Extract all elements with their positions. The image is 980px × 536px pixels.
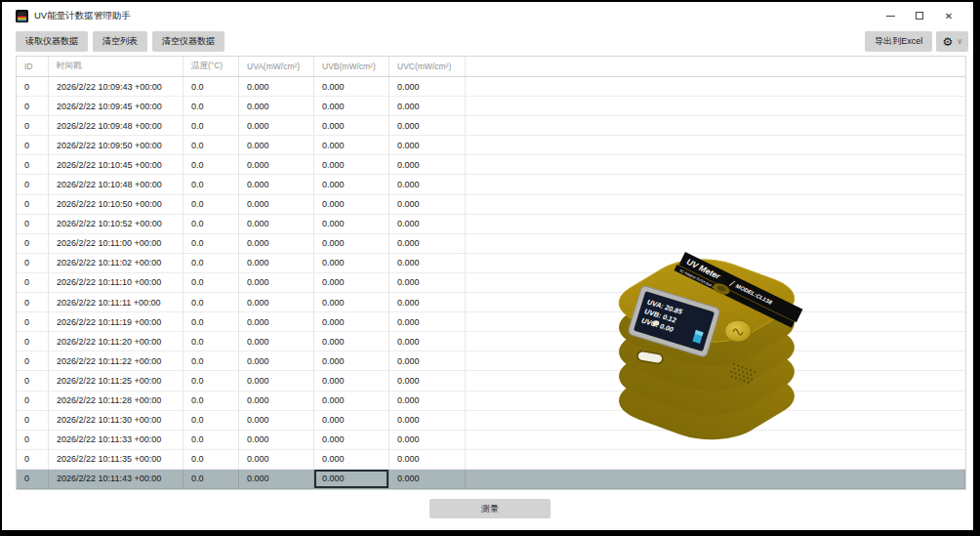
cell-uvb[interactable]: 0.000 xyxy=(314,234,389,253)
column-header-extra[interactable] xyxy=(466,57,965,76)
cell-uvb[interactable]: 0.000 xyxy=(314,77,389,96)
cell-uvc[interactable]: 0.000 xyxy=(389,293,466,311)
cell-id[interactable]: 0 xyxy=(17,116,49,135)
cell-uvb[interactable]: 0.000 xyxy=(314,195,389,214)
cell-uvb[interactable]: 0.000 xyxy=(314,312,389,331)
cell-uvc[interactable]: 0.000 xyxy=(389,392,466,410)
cell-uvc[interactable]: 0.000 xyxy=(389,195,466,214)
cell-id[interactable]: 0 xyxy=(17,431,49,449)
cell-blank[interactable] xyxy=(466,254,965,272)
cell-blank[interactable] xyxy=(466,116,965,135)
cell-uva[interactable]: 0.000 xyxy=(239,312,314,331)
table-row[interactable]: 02026/2/22 10:11:20 +00:000.00.0000.0000… xyxy=(17,332,965,351)
cell-uvb[interactable]: 0.000 xyxy=(314,411,389,430)
cell-blank[interactable] xyxy=(466,450,965,469)
cell-uva[interactable]: 0.000 xyxy=(239,254,314,272)
cell-uva[interactable]: 0.000 xyxy=(239,215,314,233)
cell-time[interactable]: 2026/2/22 10:11:30 +00:00 xyxy=(49,411,184,430)
cell-uvc[interactable]: 0.000 xyxy=(389,175,466,193)
table-row[interactable]: 02026/2/22 10:11:25 +00:000.00.0000.0000… xyxy=(17,371,965,391)
cell-uva[interactable]: 0.000 xyxy=(239,195,314,214)
cell-blank[interactable] xyxy=(466,273,965,292)
column-header-ID[interactable]: ID xyxy=(17,57,49,76)
cell-temp[interactable]: 0.0 xyxy=(184,351,239,370)
cell-uvb[interactable]: 0.000 xyxy=(314,332,389,350)
cell-id[interactable]: 0 xyxy=(17,392,49,410)
cell-time[interactable]: 2026/2/22 10:11:25 +00:00 xyxy=(49,371,184,390)
cell-uvc[interactable]: 0.000 xyxy=(389,450,466,469)
cell-blank[interactable] xyxy=(466,195,965,214)
table-row[interactable]: 02026/2/22 10:11:19 +00:000.00.0000.0000… xyxy=(17,312,965,332)
cell-time[interactable]: 2026/2/22 10:10:48 +00:00 xyxy=(49,175,184,193)
cell-uvc[interactable]: 0.000 xyxy=(389,332,466,350)
cell-blank[interactable] xyxy=(466,371,965,390)
table-row[interactable]: 02026/2/22 10:09:43 +00:000.00.0000.0000… xyxy=(17,77,965,97)
cell-temp[interactable]: 0.0 xyxy=(184,195,239,214)
table-row[interactable]: 02026/2/22 10:09:50 +00:000.00.0000.0000… xyxy=(17,136,965,155)
cell-uvc[interactable]: 0.000 xyxy=(389,97,466,115)
cell-uva[interactable]: 0.000 xyxy=(239,332,314,350)
cell-uva[interactable]: 0.000 xyxy=(239,431,314,449)
cell-time[interactable]: 2026/2/22 10:11:22 +00:00 xyxy=(49,351,184,370)
cell-time[interactable]: 2026/2/22 10:11:33 +00:00 xyxy=(49,431,184,449)
cell-id[interactable]: 0 xyxy=(17,195,49,214)
table-row[interactable]: 02026/2/22 10:10:48 +00:000.00.0000.0000… xyxy=(17,175,965,194)
cell-uva[interactable]: 0.000 xyxy=(239,371,314,390)
column-header-时间戳[interactable]: 时间戳 xyxy=(49,57,184,76)
cell-time[interactable]: 2026/2/22 10:10:45 +00:00 xyxy=(49,155,184,174)
cell-id[interactable]: 0 xyxy=(17,293,49,311)
cell-id[interactable]: 0 xyxy=(17,136,49,154)
cell-uva[interactable]: 0.000 xyxy=(239,293,314,311)
cell-temp[interactable]: 0.0 xyxy=(184,97,239,115)
cell-id[interactable]: 0 xyxy=(17,97,49,115)
cell-uvc[interactable]: 0.000 xyxy=(389,116,466,135)
cell-id[interactable]: 0 xyxy=(17,155,49,174)
cell-uva[interactable]: 0.000 xyxy=(239,77,314,96)
cell-blank[interactable] xyxy=(466,312,965,331)
table-row[interactable]: 02026/2/22 10:11:22 +00:000.00.0000.0000… xyxy=(17,351,965,371)
cell-temp[interactable]: 0.0 xyxy=(184,136,239,154)
cell-uva[interactable]: 0.000 xyxy=(239,136,314,154)
cell-id[interactable]: 0 xyxy=(17,234,49,253)
clear-list-button[interactable]: 清空列表 xyxy=(93,31,147,52)
cell-time[interactable]: 2026/2/22 10:09:48 +00:00 xyxy=(49,116,184,135)
table-row[interactable]: 02026/2/22 10:11:33 +00:000.00.0000.0000… xyxy=(17,431,965,450)
cell-id[interactable]: 0 xyxy=(17,470,49,488)
cell-blank[interactable] xyxy=(466,332,965,350)
cell-time[interactable]: 2026/2/22 10:11:28 +00:00 xyxy=(49,392,184,410)
table-row[interactable]: 02026/2/22 10:11:11 +00:000.00.0000.0000… xyxy=(17,293,965,312)
cell-blank[interactable] xyxy=(466,155,965,174)
cell-time[interactable]: 2026/2/22 10:10:50 +00:00 xyxy=(49,195,184,214)
cell-uvb[interactable]: 0.000 xyxy=(314,392,389,410)
cell-time[interactable]: 2026/2/22 10:10:52 +00:00 xyxy=(49,215,184,233)
cell-time[interactable]: 2026/2/22 10:09:43 +00:00 xyxy=(49,77,184,96)
table-row[interactable]: 02026/2/22 10:11:30 +00:000.00.0000.0000… xyxy=(17,411,965,431)
cell-id[interactable]: 0 xyxy=(17,351,49,370)
cell-blank[interactable] xyxy=(466,97,965,115)
column-header-UVB(mW/cm²)[interactable]: UVB(mW/cm²) xyxy=(314,57,389,76)
cell-uvb[interactable]: 0.000 xyxy=(314,431,389,449)
cell-temp[interactable]: 0.0 xyxy=(184,175,239,193)
table-row[interactable]: 02026/2/22 10:11:43 +00:000.00.0000.0000… xyxy=(17,470,965,489)
cell-temp[interactable]: 0.0 xyxy=(184,371,239,390)
cell-id[interactable]: 0 xyxy=(17,371,49,390)
cell-blank[interactable] xyxy=(466,234,965,253)
cell-temp[interactable]: 0.0 xyxy=(184,116,239,135)
table-row[interactable]: 02026/2/22 10:11:02 +00:000.00.0000.0000… xyxy=(17,254,965,273)
cell-id[interactable]: 0 xyxy=(17,77,49,96)
cell-uva[interactable]: 0.000 xyxy=(239,175,314,193)
cell-blank[interactable] xyxy=(466,175,965,193)
close-button[interactable]: ✕ xyxy=(934,2,963,29)
table-row[interactable]: 02026/2/22 10:11:35 +00:000.00.0000.0000… xyxy=(17,450,965,470)
cell-id[interactable]: 0 xyxy=(17,175,49,193)
cell-temp[interactable]: 0.0 xyxy=(184,254,239,272)
cell-uvc[interactable]: 0.000 xyxy=(389,273,466,292)
cell-uvb[interactable]: 0.000 xyxy=(314,254,389,272)
cell-uvb[interactable]: 0.000 xyxy=(314,351,389,370)
cell-uvc[interactable]: 0.000 xyxy=(389,351,466,370)
cell-id[interactable]: 0 xyxy=(17,332,49,350)
settings-button[interactable]: ⚙ ∨ xyxy=(936,31,968,52)
cell-uvc[interactable]: 0.000 xyxy=(389,136,466,154)
column-header-UVC(mW/cm²)[interactable]: UVC(mW/cm²) xyxy=(389,57,466,76)
cell-uvb[interactable]: 0.000 xyxy=(314,136,389,154)
